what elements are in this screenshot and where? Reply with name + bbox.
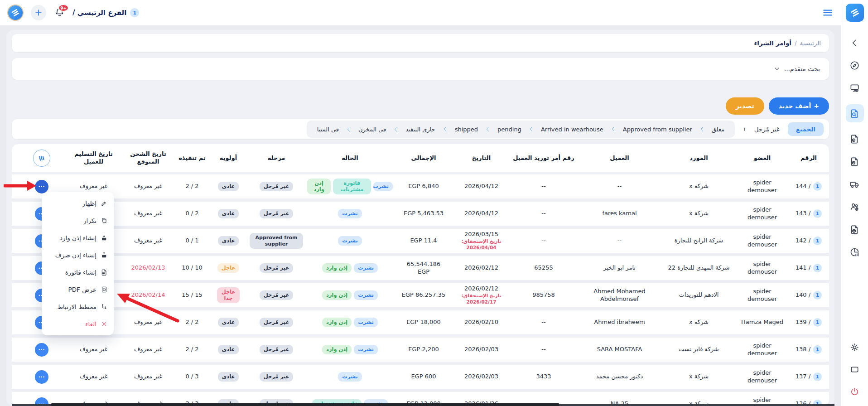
row-count-badge: 1 — [813, 291, 822, 300]
advanced-search-toggle[interactable]: بحث متقدم... — [12, 58, 829, 80]
menu-item-duplicate[interactable]: تكرار — [42, 212, 114, 229]
breadcrumb: الرئيسية / أوامر الشراء — [12, 34, 829, 52]
cell-member: Hamza Maged — [736, 319, 788, 326]
cell-number: 144 /1 — [788, 182, 829, 191]
doc-minus-icon — [849, 156, 860, 167]
export-label: تصدير — [736, 102, 754, 110]
row-number-text: 139 / — [796, 319, 810, 326]
columns-icon — [37, 154, 46, 163]
sidebar-item-purchase-orders[interactable] — [846, 104, 864, 122]
row-actions-button[interactable]: ... — [35, 180, 48, 193]
cell-member: spider demouser — [736, 369, 788, 384]
cell-expected-ship-date: غير معروف — [122, 210, 174, 217]
tab-stage-7[interactable]: فى المينا — [310, 126, 346, 133]
menu-item-create-invoice[interactable]: إنشاء فاتورة — [42, 264, 114, 281]
cell-supplier: شركة x — [661, 183, 736, 190]
app-logo[interactable] — [846, 4, 864, 22]
sidebar-item-shipping[interactable] — [846, 178, 864, 190]
table-body: 144 /1spider demouserشركة x----2026/04/1… — [12, 174, 829, 406]
page-title: أوامر الشراء — [754, 39, 791, 47]
stage-pill-unposted: غير مُرحل — [260, 182, 294, 192]
status-pill-published: نشرت — [338, 372, 362, 382]
cell-priority: عادى — [210, 209, 247, 219]
columns-settings-button[interactable] — [33, 150, 50, 167]
stage-pill-unposted: غير مُرحل — [260, 372, 294, 382]
row-count-badge: 1 — [813, 318, 822, 327]
row-actions-button[interactable]: ... — [35, 370, 48, 384]
chevron-left-icon — [699, 123, 705, 135]
add-new-button[interactable]: + أضف جديد — [769, 97, 829, 115]
avatar[interactable] — [7, 5, 24, 21]
sidebar-item-dashboard[interactable] — [846, 59, 864, 72]
row-number: 143 /1 — [796, 209, 822, 218]
menu-item-show[interactable]: إظهار — [42, 195, 114, 212]
column-header-10: تم تنفيذه — [174, 155, 210, 162]
menu-item-label: إظهار — [82, 200, 96, 207]
menu-item-relation-map[interactable]: مخطط الارتباط — [42, 298, 114, 315]
chevron-left-icon — [442, 123, 448, 135]
horizontal-scrollbar-thumb[interactable] — [51, 403, 559, 406]
menu-item-label: عرض PDF — [68, 286, 96, 293]
cell-member: spider demouser — [736, 288, 788, 303]
sidebar-item-logout[interactable] — [846, 385, 864, 398]
row-actions-button[interactable]: ... — [35, 343, 48, 357]
sidebar-item-collapse[interactable] — [846, 36, 864, 49]
order-date: 2026/04/12 — [454, 210, 508, 217]
column-header-6: الإجمالى — [394, 155, 453, 162]
status-pill-receipt_permit: إذن وارد — [322, 345, 352, 355]
order-date: 2026/02/12 — [454, 264, 508, 271]
column-header-2: المورد — [661, 155, 736, 162]
table-row: 138 /1spider demouserشركة فاير نستSARA M… — [12, 338, 829, 362]
column-header-5: التاريخ — [453, 155, 510, 162]
table-header: الرقمالعضوالموردالعميلرقم أمر توريد العم… — [12, 144, 829, 172]
breadcrumb-home[interactable]: الرئيسية — [800, 39, 821, 47]
tab-stage-0[interactable]: معلق — [705, 126, 731, 133]
sidebar-bottom — [846, 341, 864, 406]
sidebar-item-window[interactable] — [846, 363, 864, 376]
pos-icon — [849, 83, 860, 93]
branch-label: الفرع الرئيسي / — [72, 9, 126, 17]
sidebar-item-pos[interactable] — [846, 82, 864, 94]
menu-item-cancel[interactable]: الغاء — [42, 315, 114, 333]
cell-priority: عادى — [210, 318, 247, 328]
sidebar-item-doc-minus[interactable] — [846, 155, 864, 168]
tab-stage-2[interactable]: Arrived in wearhouse — [534, 126, 610, 133]
sidebar-item-reports[interactable] — [846, 246, 864, 258]
tab-stage-4[interactable]: shipped — [448, 126, 485, 133]
sidebar-item-contacts[interactable] — [846, 200, 864, 213]
x-icon — [101, 320, 108, 328]
menu-item-create-receipt-permit[interactable]: إنشاء إذن وارد — [42, 229, 114, 246]
tab-stage-1[interactable]: Approved from supplier — [616, 126, 699, 133]
sidebar-item-doc-info[interactable] — [846, 132, 864, 145]
branch-breadcrumb[interactable]: 1 الفرع الرئيسي / — [72, 8, 139, 17]
due-label: تاريخ الإستحقاق: — [454, 238, 508, 245]
doc-search-icon — [849, 108, 860, 119]
sidebar-item-settings[interactable] — [846, 341, 864, 353]
row-number-text: 144 / — [796, 183, 810, 190]
priority-pill-urgent: عاجل — [217, 263, 240, 273]
cell-member: spider demouser — [736, 342, 788, 357]
box-in-icon — [101, 234, 108, 242]
cell-priority: عاجل جدا — [210, 287, 247, 304]
export-button[interactable]: تصدير — [726, 97, 764, 115]
menu-item-create-issue-permit[interactable]: إنشاء إذن صرف — [42, 246, 114, 264]
row-number: 141 /1 — [796, 264, 822, 272]
menu-item-label: إنشاء إذن صرف — [55, 251, 96, 259]
notifications-bell-icon[interactable]: +9 — [53, 7, 65, 19]
tab-stage-6[interactable]: فى المخزن — [352, 126, 393, 133]
row-number: 137 /1 — [796, 372, 822, 381]
sidebar-item-products-doc[interactable] — [846, 223, 864, 236]
row-number: 140 /1 — [796, 291, 822, 300]
menu-item-label: إنشاء إذن وارد — [60, 234, 96, 242]
quick-add-button[interactable] — [31, 5, 46, 20]
tab-all[interactable]: الجميع — [788, 122, 824, 136]
tab-stage-5[interactable]: جارى التنفيذ — [399, 126, 442, 133]
menu-item-view-pdf[interactable]: عرض PDF — [42, 281, 114, 298]
cell-member: spider demouser — [736, 261, 788, 276]
row-count-badge: 1 — [813, 372, 822, 381]
tab-stage-3[interactable]: pending — [491, 126, 528, 133]
tab-unposted[interactable]: غير مُرحل — [754, 126, 780, 133]
hamburger-menu-icon[interactable] — [822, 7, 834, 19]
cell-client: -- — [578, 237, 661, 244]
cell-number: 137 /1 — [788, 372, 829, 381]
